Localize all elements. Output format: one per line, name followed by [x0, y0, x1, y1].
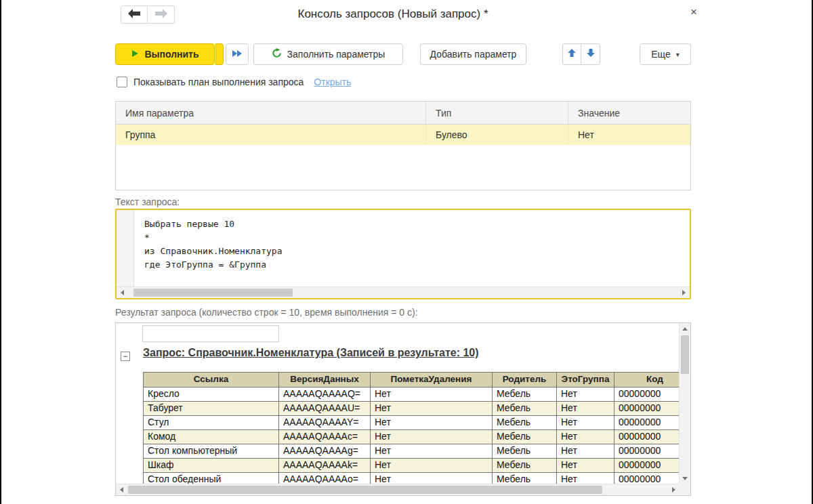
scroll-right-arrow[interactable]: [668, 484, 680, 495]
forward-button[interactable]: [148, 5, 175, 24]
result-cell[interactable]: Мебель: [493, 387, 557, 402]
execute-step-button[interactable]: [226, 43, 249, 65]
fill-parameters-button[interactable]: Заполнить параметры: [253, 43, 403, 65]
result-cell[interactable]: Стол компьютерный: [144, 444, 279, 459]
result-cell[interactable]: Нет: [371, 459, 493, 473]
result-cell[interactable]: Мебель: [493, 416, 557, 430]
result-cell[interactable]: Нет: [557, 459, 614, 473]
result-cell[interactable]: Нет: [371, 387, 493, 402]
result-row[interactable]: ТабуретAAAAAQAAAAU=НетМебельНет00000000: [144, 402, 680, 416]
result-cell[interactable]: Табурет: [144, 402, 279, 416]
result-column-header[interactable]: Родитель: [493, 373, 557, 387]
close-icon[interactable]: ×: [686, 4, 702, 20]
query-editor[interactable]: Выбрать первые 10*из Справочник.Номенкла…: [115, 209, 691, 299]
result-cell[interactable]: AAAAAQAAAAg=: [279, 444, 371, 459]
execute-split-button[interactable]: [215, 43, 224, 65]
open-plan-link[interactable]: Открыть: [314, 77, 351, 87]
scroll-left-arrow[interactable]: [116, 484, 127, 495]
scroll-thumb[interactable]: [681, 335, 689, 374]
result-cell[interactable]: 00000000: [614, 402, 680, 416]
result-cell[interactable]: Нет: [371, 402, 493, 416]
page-title: Консоль запросов (Новый запрос) *: [176, 7, 610, 21]
result-cell[interactable]: AAAAAQAAAAc=: [279, 430, 371, 444]
result-cell[interactable]: Нет: [371, 473, 493, 484]
result-column-header[interactable]: Код: [614, 373, 680, 387]
result-cell[interactable]: Нет: [557, 473, 614, 484]
back-button[interactable]: [121, 5, 148, 24]
query-text-label: Текст запроса:: [115, 196, 180, 207]
parameters-body: ГруппаБулевоНет: [116, 125, 690, 145]
scroll-thumb[interactable]: [133, 289, 293, 297]
arrow-up-icon: [567, 48, 577, 60]
result-cell[interactable]: 00000000: [614, 473, 680, 484]
result-cell[interactable]: Нет: [371, 444, 493, 459]
history-nav: [121, 5, 175, 24]
move-up-button[interactable]: [562, 43, 581, 65]
result-row[interactable]: Стол компьютерныйAAAAAQAAAAg=НетМебельНе…: [144, 444, 680, 459]
collapse-icon[interactable]: −: [121, 352, 130, 361]
result-cell[interactable]: Мебель: [493, 473, 557, 484]
more-button[interactable]: Еще ▾: [640, 43, 691, 65]
scroll-thumb[interactable]: [128, 486, 602, 494]
result-cell[interactable]: Мебель: [493, 402, 557, 416]
result-cell[interactable]: Нет: [371, 430, 493, 444]
add-parameter-button[interactable]: Добавить параметр: [420, 43, 526, 65]
result-cell[interactable]: Мебель: [493, 459, 557, 473]
parameter-row[interactable]: ГруппаБулевоНет: [116, 125, 690, 145]
query-horizontal-scrollbar[interactable]: [117, 287, 690, 298]
query-line: из Справочник.Номенклатура: [144, 245, 690, 258]
result-vertical-scrollbar[interactable]: [679, 323, 690, 484]
move-down-button[interactable]: [581, 43, 600, 65]
result-row[interactable]: Стол обеденныйAAAAAQAAAAo=НетМебельНет00…: [144, 473, 680, 484]
scroll-up-arrow[interactable]: [680, 323, 690, 334]
result-cell[interactable]: Стол обеденный: [144, 473, 279, 484]
result-cell[interactable]: Стул: [144, 416, 279, 430]
result-cell[interactable]: Мебель: [493, 444, 557, 459]
result-row[interactable]: КомодAAAAAQAAAAc=НетМебельНет00000000: [144, 430, 680, 444]
result-cell[interactable]: 00000000: [614, 444, 680, 459]
result-column-header[interactable]: ЭтоГруппа: [557, 373, 614, 387]
result-cell[interactable]: AAAAAQAAAAU=: [279, 402, 371, 416]
execute-button[interactable]: Выполнить: [115, 43, 215, 65]
result-cell[interactable]: AAAAAQAAAAQ=: [279, 387, 371, 402]
parameter-cell[interactable]: Нет: [568, 125, 690, 145]
result-cell[interactable]: Мебель: [493, 430, 557, 444]
result-cell[interactable]: Нет: [557, 402, 614, 416]
result-column-header[interactable]: ПометкаУдаления: [371, 373, 493, 387]
result-column-header[interactable]: Ссылка: [144, 373, 279, 387]
result-cell[interactable]: Комод: [144, 430, 279, 444]
result-cell[interactable]: 00000000: [614, 387, 680, 402]
result-cell[interactable]: Нет: [371, 416, 493, 430]
result-column-header[interactable]: ВерсияДанных: [279, 373, 371, 387]
show-plan-checkbox[interactable]: [117, 77, 127, 87]
result-cell[interactable]: Нет: [557, 387, 614, 402]
scroll-left-arrow[interactable]: [117, 287, 128, 298]
result-row[interactable]: СтулAAAAAQAAAAY=НетМебельНет00000000: [144, 416, 680, 430]
result-cell[interactable]: Нет: [557, 430, 614, 444]
query-line: где ЭтоГруппа = &Группа: [144, 258, 690, 272]
result-cell[interactable]: 00000000: [614, 430, 680, 444]
query-code[interactable]: Выбрать первые 10*из Справочник.Номенкла…: [135, 210, 690, 287]
result-row[interactable]: ШкафAAAAAQAAAAk=НетМебельНет00000000: [144, 459, 680, 473]
result-cell[interactable]: Нет: [557, 444, 614, 459]
parameter-cell[interactable]: Булево: [426, 125, 568, 145]
column-header-type[interactable]: Тип: [426, 102, 568, 124]
scroll-down-arrow[interactable]: [680, 473, 690, 484]
more-button-label: Еще: [651, 49, 671, 60]
move-buttons-group: [562, 43, 600, 65]
column-header-name[interactable]: Имя параметра: [116, 102, 426, 124]
result-cell[interactable]: Шкаф: [144, 459, 279, 473]
scroll-right-arrow[interactable]: [678, 287, 690, 298]
parameter-cell[interactable]: Группа: [116, 125, 426, 145]
result-cell[interactable]: 00000000: [614, 416, 680, 430]
result-cell[interactable]: AAAAAQAAAAY=: [279, 416, 371, 430]
result-cell[interactable]: Кресло: [144, 387, 279, 402]
result-table: СсылкаВерсияДанныхПометкаУдаленияРодител…: [143, 372, 680, 484]
result-row[interactable]: КреслоAAAAAQAAAAQ=НетМебельНет00000000: [144, 387, 680, 402]
result-horizontal-scrollbar[interactable]: [116, 484, 680, 495]
result-cell[interactable]: AAAAAQAAAAk=: [279, 459, 371, 473]
result-cell[interactable]: 00000000: [614, 459, 680, 473]
result-cell[interactable]: Нет: [557, 416, 614, 430]
column-header-value[interactable]: Значение: [568, 102, 690, 124]
result-cell[interactable]: AAAAAQAAAAo=: [279, 473, 371, 484]
